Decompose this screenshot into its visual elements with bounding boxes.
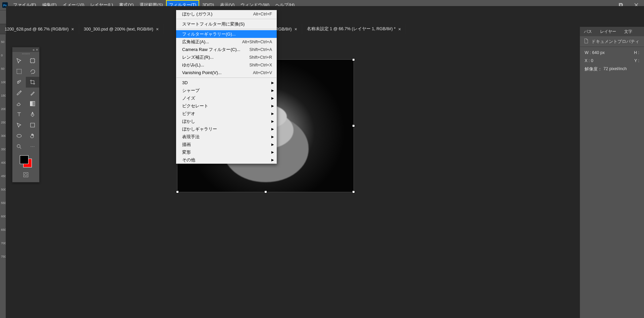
ellipse-tool[interactable] xyxy=(12,130,26,141)
document-tab-1[interactable]: 300_300.psd @ 200% (text, RGB/8#)× xyxy=(79,24,164,34)
filter-menu-item[interactable]: 描画▶ xyxy=(176,141,277,148)
x-value: 0 xyxy=(591,58,593,63)
move-tool[interactable] xyxy=(12,55,26,66)
resolution-value: 72 pixel/inch xyxy=(603,66,627,72)
marquee-tool[interactable] xyxy=(12,66,26,77)
panel-tab-path[interactable]: パス xyxy=(580,27,596,36)
filter-menu-item[interactable]: その他▶ xyxy=(176,156,277,164)
svg-rect-18 xyxy=(23,172,28,177)
filter-menu-item[interactable]: スマートフィルター用に変換(S) xyxy=(176,20,277,28)
document-tab-0[interactable]: 1200_628.psd @ 66.7% (RGB/8#)× xyxy=(0,24,79,34)
filter-menu-item[interactable]: ピクセレート▶ xyxy=(176,102,277,110)
submenu-arrow-icon: ▶ xyxy=(271,89,274,92)
panel-title-row: ドキュメントプロパティ xyxy=(580,36,644,47)
workspace: 6005505004504003503002502001501005005085… xyxy=(0,34,644,318)
brush-tool[interactable] xyxy=(26,88,39,98)
w-label: W : xyxy=(585,50,591,55)
canvas-area[interactable] xyxy=(6,6,644,318)
submenu-arrow-icon: ▶ xyxy=(271,127,274,131)
document-tab-3[interactable]: 名称未設定 1 @ 66.7% (レイヤー 1, RGB/8#) *× xyxy=(302,24,406,34)
edit-toolbar[interactable] xyxy=(26,141,39,152)
panel-tabs: パス レイヤー 文字 xyxy=(580,27,644,36)
eyedropper-tool[interactable] xyxy=(12,88,26,98)
filter-menu-item[interactable]: シャープ▶ xyxy=(176,87,277,94)
properties-panel: パス レイヤー 文字 ドキュメントプロパティ W : 640 px H : X … xyxy=(580,27,644,318)
tools-panel: « × xyxy=(12,47,40,182)
filter-menu-item[interactable]: Camera Raw フィルター(C)...Shift+Ctrl+A xyxy=(176,46,277,53)
filter-menu-item[interactable]: ノイズ▶ xyxy=(176,94,277,102)
path-select-tool[interactable] xyxy=(12,120,26,130)
filter-menu-item[interactable]: レンズ補正(R)...Shift+Ctrl+R xyxy=(176,53,277,61)
close-tab-icon[interactable]: × xyxy=(71,26,74,32)
filter-menu-item[interactable]: ぼかし▶ xyxy=(176,117,277,125)
filter-menu-item[interactable]: 3D▶ xyxy=(176,79,277,87)
y-label: Y : xyxy=(634,58,639,63)
submenu-arrow-icon: ▶ xyxy=(271,158,274,162)
filter-menu-item[interactable]: ぼかしギャラリー▶ xyxy=(176,125,277,133)
tools-close-button[interactable]: × xyxy=(36,48,38,52)
filter-menu-item[interactable]: ゆがみ(L)...Shift+Ctrl+X xyxy=(176,61,277,69)
hand-tool[interactable] xyxy=(26,130,39,141)
color-swatch[interactable] xyxy=(19,155,33,168)
submenu-arrow-icon: ▶ xyxy=(271,96,274,100)
panel-title: ドキュメントプロパティ xyxy=(591,39,639,45)
type-tool[interactable] xyxy=(12,109,26,120)
filter-menu-item[interactable]: Vanishing Point(V)...Alt+Ctrl+V xyxy=(176,69,277,76)
quick-mask-button[interactable] xyxy=(19,169,33,180)
filter-menu-item[interactable]: 表現手法▶ xyxy=(176,133,277,141)
ruler-vertical: 5005010015020025030035040045050055060065… xyxy=(0,34,6,318)
tools-collapse-button[interactable]: « xyxy=(33,48,35,52)
filter-menu-dropdown: ぼかし (ガウス)Alt+Ctrl+Fスマートフィルター用に変換(S)フィルター… xyxy=(176,10,277,164)
submenu-arrow-icon: ▶ xyxy=(271,143,274,146)
close-tab-icon[interactable]: × xyxy=(398,26,401,32)
submenu-arrow-icon: ▶ xyxy=(271,150,274,154)
foreground-color-swatch[interactable] xyxy=(20,155,29,164)
lasso-tool[interactable] xyxy=(26,66,39,77)
document-icon xyxy=(583,38,589,45)
zoom-tool[interactable] xyxy=(12,141,26,152)
filter-menu-item[interactable]: ビデオ▶ xyxy=(176,110,277,117)
svg-rect-16 xyxy=(30,101,35,106)
h-label: H : xyxy=(634,50,639,55)
submenu-arrow-icon: ▶ xyxy=(271,112,274,115)
panel-tab-layer[interactable]: レイヤー xyxy=(596,27,620,36)
filter-menu-item[interactable]: 広角補正(A)...Alt+Shift+Ctrl+A xyxy=(176,38,277,46)
eraser-tool[interactable] xyxy=(12,98,26,109)
artboard-tool[interactable] xyxy=(26,55,39,66)
submenu-arrow-icon: ▶ xyxy=(271,81,274,85)
submenu-arrow-icon: ▶ xyxy=(271,119,274,123)
pen-tool[interactable] xyxy=(26,109,39,120)
crop-tool[interactable] xyxy=(26,77,39,88)
panel-tab-char[interactable]: 文字 xyxy=(620,27,636,36)
svg-rect-3 xyxy=(619,3,622,6)
svg-point-17 xyxy=(17,135,21,138)
submenu-arrow-icon: ▶ xyxy=(271,104,274,108)
svg-point-19 xyxy=(24,173,27,176)
close-tab-icon[interactable]: × xyxy=(156,26,159,32)
filter-menu-item[interactable]: 変形▶ xyxy=(176,148,277,156)
tools-grip[interactable] xyxy=(12,52,39,55)
w-value: 640 px xyxy=(592,50,605,55)
svg-rect-15 xyxy=(17,69,21,74)
x-label: X : xyxy=(585,58,590,63)
close-tab-icon[interactable]: × xyxy=(294,26,297,32)
submenu-arrow-icon: ▶ xyxy=(271,135,274,139)
filter-menu-item[interactable]: ぼかし (ガウス)Alt+Ctrl+F xyxy=(176,10,277,18)
resolution-label: 解像度： xyxy=(585,66,602,72)
filter-menu-item[interactable]: フィルターギャラリー(G)... xyxy=(176,30,277,38)
gradient-tool[interactable] xyxy=(26,98,39,109)
rectangle-tool[interactable] xyxy=(26,120,39,130)
quick-select-tool[interactable] xyxy=(12,77,26,88)
